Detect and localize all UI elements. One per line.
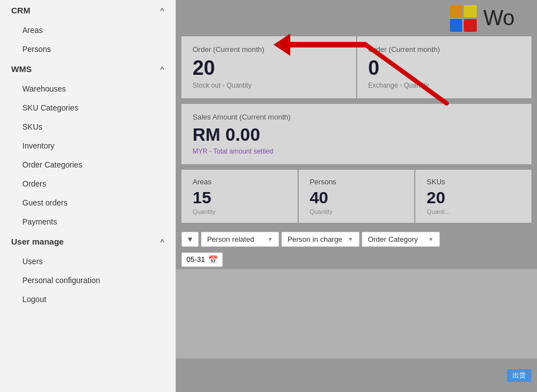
areas-qty-card: Areas 15 Quantity xyxy=(181,170,298,223)
stock-out-sublabel: Stock out - Quantity xyxy=(193,82,345,89)
exchange-label: Order (Current month) xyxy=(368,45,521,54)
person-related-filter[interactable]: Person related ▼ xyxy=(201,232,279,247)
person-related-label: Person related xyxy=(207,235,255,243)
sidebar-item-personal-config[interactable]: Personal configuration xyxy=(0,271,175,290)
stock-out-value: 20 xyxy=(193,57,345,79)
sidebar-item-areas[interactable]: Areas xyxy=(0,21,175,40)
sidebar-section-user-manage[interactable]: User manage ^ xyxy=(0,231,175,252)
skus-qty-card: SKUs 20 Quanti... xyxy=(415,170,531,223)
sidebar-section-wms[interactable]: WMS ^ xyxy=(0,59,175,79)
wms-label: WMS xyxy=(11,64,32,74)
calendar-icon: 📅 xyxy=(208,255,218,264)
person-in-charge-label: Person in charge xyxy=(287,235,342,243)
top-bar: Wo xyxy=(176,0,537,36)
order-category-filter[interactable]: Order Category ▼ xyxy=(362,232,440,247)
sidebar-item-orders[interactable]: Orders xyxy=(0,174,175,193)
date-input[interactable]: 05-31 📅 xyxy=(181,252,223,267)
crm-label: CRM xyxy=(11,6,30,15)
stock-out-card: Order (Current month) 20 Stock out - Qua… xyxy=(181,36,356,98)
page-title: Wo xyxy=(483,6,515,30)
sales-card: Sales Amount (Current month) RM 0.00 MYR… xyxy=(181,104,531,164)
user-manage-chevron-icon: ^ xyxy=(160,238,164,246)
areas-value: 15 xyxy=(193,188,286,207)
skus-value: 20 xyxy=(426,188,520,207)
sales-card-row: Sales Amount (Current month) RM 0.00 MYR… xyxy=(176,104,537,170)
exchange-card: Order (Current month) 0 Exchange - Quant… xyxy=(357,36,532,98)
person-in-charge-filter[interactable]: Person in charge ▼ xyxy=(281,232,359,247)
areas-sublabel: Quantity xyxy=(193,208,286,215)
sidebar-item-users[interactable]: Users xyxy=(0,252,175,271)
order-category-label: Order Category xyxy=(368,235,418,243)
stock-out-label: Order (Current month) xyxy=(193,45,345,54)
person-in-charge-chevron: ▼ xyxy=(348,236,353,242)
sidebar: CRM ^ Areas Persons WMS ^ Warehouses SKU… xyxy=(0,0,176,392)
wms-chevron-icon: ^ xyxy=(160,65,164,73)
person-related-chevron: ▼ xyxy=(267,236,273,242)
qty-cards-row: Areas 15 Quantity Persons 40 Quantity SK… xyxy=(176,170,537,228)
persons-sublabel: Quantity xyxy=(310,208,404,215)
sidebar-item-guest-orders[interactable]: Guest orders xyxy=(0,193,175,212)
skus-label: SKUs xyxy=(426,178,520,186)
sidebar-section-crm[interactable]: CRM ^ xyxy=(0,0,175,21)
sidebar-item-warehouses[interactable]: Warehouses xyxy=(0,79,175,98)
sidebar-item-inventory[interactable]: Inventory xyxy=(0,136,175,155)
filter-row: ▼ Person related ▼ Person in charge ▼ Or… xyxy=(176,228,537,250)
persons-qty-card: Persons 40 Quantity xyxy=(299,170,415,223)
skus-sublabel: Quanti... xyxy=(426,208,520,215)
logo-cell-yellow xyxy=(464,5,477,18)
sales-label: Sales Amount (Current month) xyxy=(193,113,520,121)
main-content: Wo Order (Current month) 20 Stock out - … xyxy=(176,0,537,392)
exchange-value: 0 xyxy=(368,57,521,79)
logo-title-area: Wo xyxy=(439,1,526,36)
app-logo xyxy=(450,5,477,32)
order-category-chevron: ▼ xyxy=(428,236,434,242)
order-cards-row: Order (Current month) 20 Stock out - Qua… xyxy=(176,36,537,104)
small-filter-dropdown[interactable]: ▼ xyxy=(181,232,199,247)
sidebar-item-logout[interactable]: Logout xyxy=(0,290,175,309)
areas-label: Areas xyxy=(193,178,286,186)
chart-area: 出货 xyxy=(176,358,537,392)
sidebar-item-persons[interactable]: Persons xyxy=(0,40,175,59)
chart-legend: 出货 xyxy=(507,369,531,382)
date-row: 05-31 📅 xyxy=(176,250,537,269)
sidebar-item-payments[interactable]: Payments xyxy=(0,212,175,231)
logo-cell-red xyxy=(464,19,477,32)
sidebar-item-skus[interactable]: SKUs xyxy=(0,117,175,136)
crm-chevron-icon: ^ xyxy=(160,7,164,15)
sidebar-item-order-categories[interactable]: Order Categories xyxy=(0,155,175,174)
logo-cell-orange xyxy=(450,5,463,18)
exchange-sublabel: Exchange - Quantity xyxy=(368,82,521,89)
persons-label: Persons xyxy=(310,178,404,186)
user-manage-label: User manage xyxy=(11,237,64,246)
logo-cell-blue xyxy=(450,19,463,32)
sales-value: RM 0.00 xyxy=(193,125,520,145)
sales-sublabel: MYR - Total amount settled xyxy=(193,147,520,155)
persons-value: 40 xyxy=(310,188,404,207)
date-value: 05-31 xyxy=(186,255,205,264)
sidebar-item-sku-categories[interactable]: SKU Categories xyxy=(0,98,175,117)
